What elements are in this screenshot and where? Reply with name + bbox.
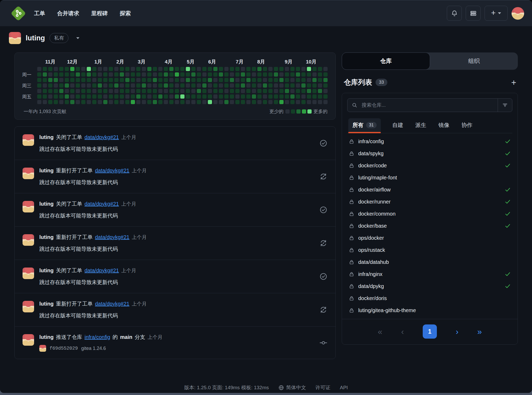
repo-row[interactable]: ops/rustack xyxy=(347,244,512,256)
tab-repositories[interactable]: 仓库 xyxy=(342,52,430,70)
pagination-last[interactable]: » xyxy=(477,328,482,336)
repo-filter-tab-2[interactable]: 派生 xyxy=(415,118,427,133)
repo-name-link[interactable]: luting/maple-font xyxy=(358,175,397,181)
footer-api-link[interactable]: API xyxy=(340,385,348,391)
heatmap-cell xyxy=(202,94,207,99)
heatmap-cell xyxy=(136,100,140,104)
feed-user-avatar[interactable] xyxy=(23,268,34,279)
heatmap-cell xyxy=(290,67,295,71)
feed-username[interactable]: luting xyxy=(39,201,53,207)
repo-name-link[interactable]: luting/gitea-github-theme xyxy=(358,307,416,313)
heatmap-cell xyxy=(48,94,52,99)
feed-target-link[interactable]: data/dpykg#21 xyxy=(95,234,129,240)
heatmap-month-labels: 11月12月1月2月3月4月5月6月7月8月9月10月 xyxy=(37,58,328,67)
heatmap-cell xyxy=(202,83,207,88)
heatmap-cell xyxy=(180,100,184,104)
heatmap-cell xyxy=(147,83,151,88)
feed-username[interactable]: luting xyxy=(39,334,53,340)
notifications-button[interactable] xyxy=(447,6,462,21)
feed-user-avatar[interactable] xyxy=(23,134,34,146)
heatmap-cell xyxy=(301,100,306,104)
footer-language-link[interactable]: 简体中文 xyxy=(278,384,306,391)
repo-name-link[interactable]: ops/docker xyxy=(358,235,384,241)
repo-row[interactable]: data/dpykg xyxy=(347,280,512,292)
repo-name-link[interactable]: data/dpykg xyxy=(358,283,384,289)
add-repo-button[interactable]: + xyxy=(511,78,516,87)
repo-filter-button[interactable] xyxy=(498,99,512,112)
feed-target-link[interactable]: infra/config xyxy=(84,334,110,340)
repo-name-link[interactable]: infra/config xyxy=(358,138,384,145)
heatmap-cell xyxy=(208,67,212,71)
nav-item-issues[interactable]: 工单 xyxy=(34,10,45,17)
repo-name-link[interactable]: docker/base xyxy=(358,223,387,229)
repo-row[interactable]: docker/code xyxy=(347,159,512,172)
repo-row[interactable]: luting/maple-font xyxy=(347,172,512,184)
repo-row[interactable]: ops/docker xyxy=(347,232,512,244)
heatmap-cell xyxy=(76,100,80,104)
heatmap-cell xyxy=(224,94,229,99)
footer-license-link[interactable]: 许可证 xyxy=(316,384,330,391)
feed-username[interactable]: luting xyxy=(39,168,53,174)
repo-row[interactable]: infra/config xyxy=(347,135,512,147)
feed-target-link[interactable]: data/dpykg#21 xyxy=(84,201,119,207)
feed-user-avatar[interactable] xyxy=(23,334,34,346)
create-new-button[interactable]: + xyxy=(485,6,508,21)
footer-version-text: 版本: 1.25.0 页面: 149ms 模板: 132ms xyxy=(184,384,269,391)
pagination-current-page[interactable]: 1 xyxy=(423,324,437,339)
repo-filter-tab-4[interactable]: 协作 xyxy=(461,118,473,133)
repo-name-link[interactable]: data/datahub xyxy=(358,259,389,265)
repo-row[interactable]: docker/doris xyxy=(347,292,512,304)
heatmap-cell xyxy=(158,89,162,93)
repo-search-input[interactable] xyxy=(359,102,498,108)
feed-user-avatar[interactable] xyxy=(23,201,34,212)
nav-item-milestones[interactable]: 里程碑 xyxy=(91,10,108,17)
repo-name-link[interactable]: ops/rustack xyxy=(358,247,385,253)
heatmap-cell xyxy=(131,78,135,82)
repo-row[interactable]: luting/gitea-github-theme xyxy=(347,304,512,316)
repo-row[interactable]: docker/airflow xyxy=(347,184,512,196)
heatmap-cell xyxy=(219,100,223,104)
gitea-logo-icon[interactable] xyxy=(12,7,25,20)
repo-filter-tab-0[interactable]: 所有31 xyxy=(348,118,381,133)
repo-filter-tab-1[interactable]: 自建 xyxy=(392,118,404,133)
nav-item-pulls[interactable]: 合并请求 xyxy=(57,10,79,17)
commit-hash-link[interactable]: f69d552029 xyxy=(50,346,78,351)
heatmap-cell xyxy=(103,67,107,71)
repo-name-link[interactable]: docker/code xyxy=(358,163,387,169)
feed-user-avatar[interactable] xyxy=(23,301,34,312)
profile-avatar[interactable] xyxy=(9,32,21,44)
repo-name-link[interactable]: docker/doris xyxy=(358,295,387,301)
repo-row[interactable]: data/datahub xyxy=(347,256,512,268)
feed-username[interactable]: luting xyxy=(39,134,53,140)
repo-name-link[interactable]: infra/nginx xyxy=(358,271,382,277)
heatmap-cell xyxy=(81,78,85,82)
repo-name-link[interactable]: docker/airflow xyxy=(358,187,390,193)
nav-item-explore[interactable]: 探索 xyxy=(120,10,131,17)
repo-filter-tab-3[interactable]: 镜像 xyxy=(438,118,450,133)
repo-row[interactable]: data/spykg xyxy=(347,147,512,159)
feed-target-link[interactable]: data/dpykg#21 xyxy=(95,168,129,174)
feed-user-avatar[interactable] xyxy=(23,168,34,179)
heatmap-cell xyxy=(230,67,234,71)
feed-username[interactable]: luting xyxy=(39,301,53,307)
repo-name-link[interactable]: docker/runner xyxy=(358,199,390,205)
tab-organizations[interactable]: 组织 xyxy=(430,52,518,70)
repo-row[interactable]: infra/nginx xyxy=(347,268,512,280)
feed-username[interactable]: luting xyxy=(39,268,53,274)
feed-target-link[interactable]: data/dpykg#21 xyxy=(84,268,119,274)
repo-name-link[interactable]: docker/common xyxy=(358,211,395,217)
admin-panel-button[interactable] xyxy=(466,6,481,21)
feed-user-avatar[interactable] xyxy=(23,234,34,246)
feed-username[interactable]: luting xyxy=(39,234,53,240)
repo-row[interactable]: docker/runner xyxy=(347,196,512,208)
heatmap-cell xyxy=(180,78,184,82)
repo-name-link[interactable]: data/spykg xyxy=(358,151,384,157)
profile-dropdown-caret[interactable] xyxy=(76,37,79,39)
repo-row[interactable]: docker/base xyxy=(347,220,512,232)
feed-target-link[interactable]: data/dpykg#21 xyxy=(95,301,129,307)
user-avatar[interactable] xyxy=(512,7,524,20)
repo-row[interactable]: docker/common xyxy=(347,208,512,220)
heatmap-cell xyxy=(307,100,311,104)
pagination-next[interactable]: › xyxy=(456,328,458,336)
feed-target-link[interactable]: data/dpykg#21 xyxy=(84,134,119,140)
